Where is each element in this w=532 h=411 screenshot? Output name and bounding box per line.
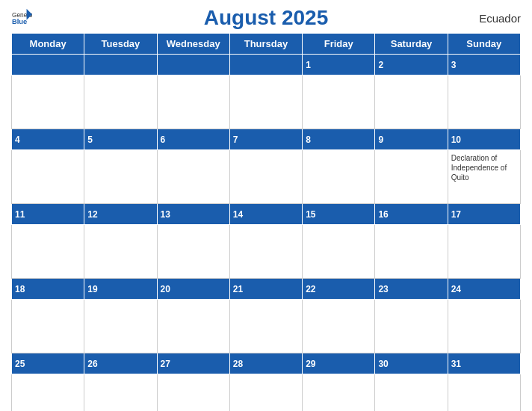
week-4-header-row: 18192021222324: [12, 279, 521, 300]
week-1-day-6-num: 2: [375, 55, 448, 75]
week-5-day-3-cell: [157, 374, 229, 412]
week-2-day-2-num: 5: [84, 129, 157, 150]
col-tuesday: Tuesday: [84, 34, 157, 55]
week-3-day-4-num: 14: [229, 204, 302, 225]
week-5-day-1-num: 25: [12, 353, 84, 374]
week-5-day-5-cell: [303, 374, 375, 412]
week-3-header-row: 11121314151617: [12, 204, 521, 225]
week-2-day-5-cell: [303, 150, 375, 204]
week-3-day-1-num: 11: [12, 204, 84, 225]
week-2-day-7-cell: Declaration of Independence of Quito: [448, 150, 520, 204]
week-4-day-5-cell: [303, 300, 375, 353]
country-label: Ecuador: [479, 12, 521, 25]
week-4-day-1-cell: [12, 300, 84, 353]
week-5-day-4-cell: [229, 374, 302, 412]
week-2-day-6-num: 9: [375, 129, 448, 150]
week-5-day-6-num: 30: [375, 353, 448, 374]
week-1-day-7-num: 3: [448, 55, 520, 75]
week-3-day-5-cell: [303, 225, 375, 279]
week-1-day-6-cell: [375, 75, 448, 129]
week-5-body-row: [12, 374, 521, 412]
col-wednesday: Wednesday: [157, 34, 229, 55]
week-5-day-3-num: 27: [157, 353, 229, 374]
week-4-day-5-num: 22: [303, 279, 375, 300]
week-1-day-2-cell: [84, 75, 157, 129]
week-5-header-row: 25262728293031: [12, 353, 521, 374]
week-3-day-5-num: 15: [303, 204, 375, 225]
week-5-day-2-cell: [84, 374, 157, 412]
week-4-day-1-num: 18: [12, 279, 84, 300]
week-1-day-5-num: 1: [303, 55, 375, 75]
week-4-day-3-num: 20: [157, 279, 229, 300]
week-1-body-row: [12, 75, 521, 129]
svg-text:Blue: Blue: [12, 18, 27, 25]
week-5-day-1-cell: [12, 374, 84, 412]
week-4-day-3-cell: [157, 300, 229, 353]
week-1-day-1-cell: [12, 75, 84, 129]
week-1-day-4-num: [229, 55, 302, 75]
week-1-day-1-num: [12, 55, 84, 75]
week-3-body-row: [12, 225, 521, 279]
week-2-day-2-cell: [84, 150, 157, 204]
week-5-day-5-num: 29: [303, 353, 375, 374]
week-2-day-1-cell: [12, 150, 84, 204]
week-5-day-7-num: 31: [448, 353, 520, 374]
week-3-day-6-cell: [375, 225, 448, 279]
logo: General Blue: [11, 7, 32, 28]
week-3-day-1-cell: [12, 225, 84, 279]
week-2-header-row: 45678910: [12, 129, 521, 150]
week-3-day-6-num: 16: [375, 204, 448, 225]
week-1-header-row: 123: [12, 55, 521, 75]
week-1-day-5-cell: [303, 75, 375, 129]
week-4-body-row: [12, 300, 521, 353]
col-sunday: Sunday: [448, 34, 520, 55]
week-2-day-5-num: 8: [303, 129, 375, 150]
calendar-table: Monday Tuesday Wednesday Thursday Friday…: [11, 33, 521, 411]
col-saturday: Saturday: [375, 34, 448, 55]
week-5-day-4-num: 28: [229, 353, 302, 374]
col-thursday: Thursday: [229, 34, 302, 55]
week-2-day-7-num: 10: [448, 129, 520, 150]
week-4-day-6-cell: [375, 300, 448, 353]
week-2-day-4-num: 7: [229, 129, 302, 150]
week-2-day-1-num: 4: [12, 129, 84, 150]
col-monday: Monday: [12, 34, 84, 55]
week-4-day-4-cell: [229, 300, 302, 353]
logo-icon: General Blue: [11, 7, 32, 28]
week-4-day-6-num: 23: [375, 279, 448, 300]
week-3-day-7-num: 17: [448, 204, 520, 225]
week-2-day-4-cell: [229, 150, 302, 204]
week-3-day-3-num: 13: [157, 204, 229, 225]
week-1-day-2-num: [84, 55, 157, 75]
week-1-day-7-cell: [448, 75, 520, 129]
week-3-day-2-cell: [84, 225, 157, 279]
page-header: General Blue August 2025 Ecuador: [11, 7, 521, 28]
week-4-day-7-cell: [448, 300, 520, 353]
week-3-day-3-cell: [157, 225, 229, 279]
week-3-day-7-cell: [448, 225, 520, 279]
week-2-day-3-num: 6: [157, 129, 229, 150]
week-3-day-4-cell: [229, 225, 302, 279]
week-4-day-7-num: 24: [448, 279, 520, 300]
col-friday: Friday: [303, 34, 375, 55]
week-1-day-3-cell: [157, 75, 229, 129]
week-5-day-7-cell: [448, 374, 520, 412]
calendar-title: August 2025: [204, 6, 329, 30]
week-1-day-3-num: [157, 55, 229, 75]
week-2-day-3-cell: [157, 150, 229, 204]
week-3-day-2-num: 12: [84, 204, 157, 225]
week-1-day-4-cell: [229, 75, 302, 129]
week-4-day-2-num: 19: [84, 279, 157, 300]
days-header-row: Monday Tuesday Wednesday Thursday Friday…: [12, 34, 521, 55]
week-4-day-2-cell: [84, 300, 157, 353]
week-5-day-2-num: 26: [84, 353, 157, 374]
week-5-day-6-cell: [375, 374, 448, 412]
week-4-day-4-num: 21: [229, 279, 302, 300]
week-2-day-6-cell: [375, 150, 448, 204]
week-2-body-row: Declaration of Independence of Quito: [12, 150, 521, 204]
